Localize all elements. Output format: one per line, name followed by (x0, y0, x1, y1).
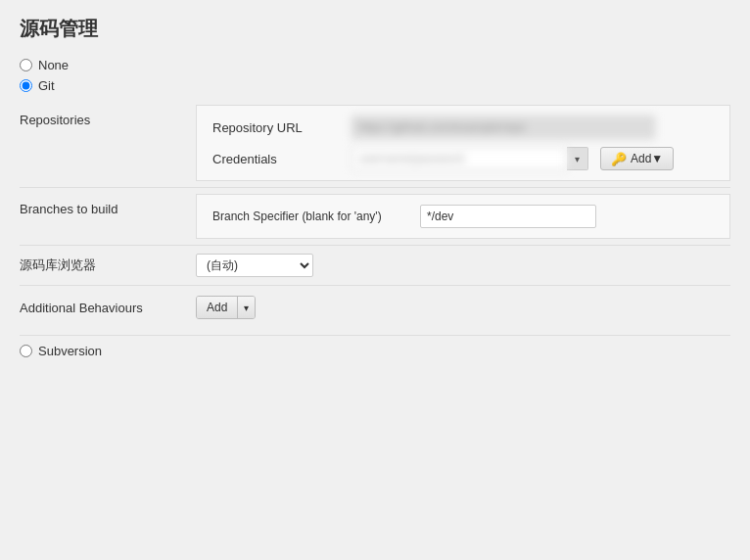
dropdown-arrow-icon: ▾ (244, 303, 249, 313)
repositories-label: Repositories (20, 99, 196, 141)
branch-specifier-row: Branch Specifier (blank for 'any') (212, 205, 714, 228)
none-radio[interactable] (20, 59, 32, 71)
credentials-row: Credentials ▾ 🔑 Add▼ (212, 147, 714, 170)
credentials-dropdown-btn[interactable]: ▾ (567, 147, 588, 170)
behaviours-label: Additional Behaviours (20, 301, 196, 315)
page-title: 源码管理 (20, 16, 730, 42)
credentials-select-group: ▾ (352, 147, 588, 170)
add-behaviour-button[interactable]: Add ▾ (196, 296, 256, 319)
browser-select[interactable]: (自动) githubweb bitbucketweb (196, 254, 313, 277)
git-section: Repositories Repository URL Credentials … (20, 99, 730, 329)
repo-url-row: Repository URL (212, 116, 714, 139)
credentials-label: Credentials (212, 152, 340, 166)
branches-label: Branches to build (20, 188, 196, 230)
git-label: Git (38, 78, 55, 93)
branch-specifier-input[interactable] (420, 205, 596, 228)
git-radio[interactable] (20, 79, 32, 92)
subversion-label: Subversion (38, 344, 102, 358)
git-radio-item[interactable]: Git (20, 78, 730, 93)
add-behaviour-main: Add (197, 297, 238, 318)
none-label: None (38, 58, 69, 72)
browser-section: 源码库浏览器 (自动) githubweb bitbucketweb (20, 245, 730, 285)
chevron-down-icon: ▾ (575, 154, 580, 164)
additional-behaviours-section: Additional Behaviours Add ▾ (20, 285, 730, 329)
repo-url-label: Repository URL (212, 120, 340, 135)
add-credentials-button[interactable]: 🔑 Add▼ (600, 147, 674, 170)
subversion-radio[interactable] (20, 345, 32, 357)
browser-label: 源码库浏览器 (20, 257, 196, 274)
key-icon: 🔑 (611, 152, 627, 166)
branch-specifier-label: Branch Specifier (blank for 'any') (212, 210, 408, 223)
page-container: 源码管理 None Git Repositories Repository UR… (0, 0, 750, 380)
branches-content: Branch Specifier (blank for 'any') (196, 194, 730, 239)
repositories-content: Repository URL Credentials ▾ 🔑 Add▼ (196, 105, 730, 181)
none-radio-item[interactable]: None (20, 58, 730, 72)
branches-section: Branches to build Branch Specifier (blan… (20, 187, 730, 245)
add-credentials-label: Add▼ (631, 152, 663, 165)
subversion-radio-item[interactable]: Subversion (20, 335, 730, 358)
repositories-section: Repositories Repository URL Credentials … (20, 99, 730, 187)
credentials-input[interactable] (352, 147, 567, 170)
repo-url-input[interactable] (352, 116, 655, 139)
add-behaviour-arrow[interactable]: ▾ (238, 297, 255, 318)
